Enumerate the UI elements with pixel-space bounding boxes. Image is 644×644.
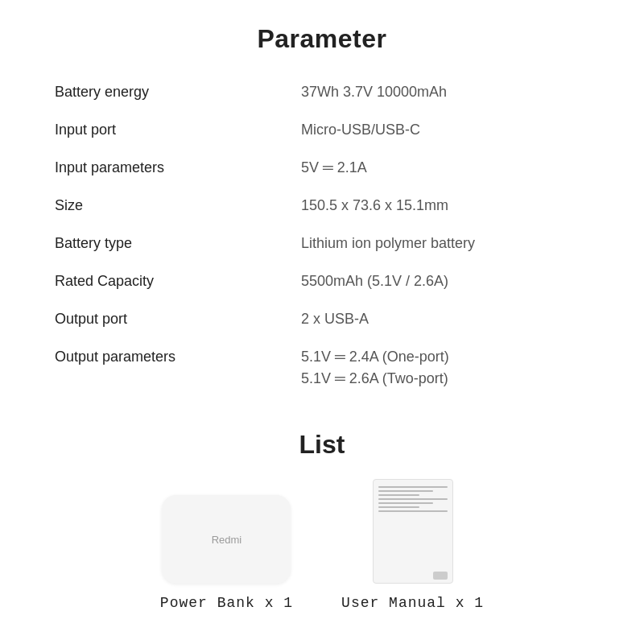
manual-line-5 bbox=[378, 502, 434, 504]
list-section: List Redmi Power Bank x 1 Us bbox=[48, 430, 596, 611]
param-row: Output port2 x USB-A bbox=[48, 300, 596, 338]
manual-line-1 bbox=[378, 486, 448, 488]
param-value: Lithium ion polymer battery bbox=[295, 225, 596, 262]
manual-logo-area bbox=[433, 572, 448, 580]
list-item-manual: User Manual x 1 bbox=[341, 479, 484, 611]
param-row: Size150.5 x 73.6 x 15.1mm bbox=[48, 187, 596, 225]
param-row: Input parameters5V ═ 2.1A bbox=[48, 149, 596, 187]
param-label: Rated Capacity bbox=[48, 262, 295, 300]
manual-line-2 bbox=[378, 490, 434, 492]
powerbank-image: Redmi bbox=[162, 495, 291, 584]
list-item-powerbank: Redmi Power Bank x 1 bbox=[160, 495, 293, 611]
param-value: 2 x USB-A bbox=[295, 300, 596, 338]
param-row: Input portMicro-USB/USB-C bbox=[48, 111, 596, 149]
param-row: Battery energy37Wh 3.7V 10000mAh bbox=[48, 73, 596, 111]
param-row: Rated Capacity5500mAh (5.1V / 2.6A) bbox=[48, 262, 596, 300]
manual-line-4 bbox=[378, 498, 448, 500]
param-value: 5V ═ 2.1A bbox=[295, 149, 596, 187]
param-label: Input port bbox=[48, 111, 295, 149]
powerbank-brand-label: Redmi bbox=[212, 534, 242, 546]
parameter-table: Battery energy37Wh 3.7V 10000mAhInput po… bbox=[48, 73, 596, 398]
manual-lines bbox=[378, 486, 448, 512]
param-value: 5.1V ═ 2.4A (One-port)5.1V ═ 2.6A (Two-p… bbox=[295, 338, 596, 398]
powerbank-label: Power Bank x 1 bbox=[160, 595, 293, 611]
manual-image bbox=[373, 479, 453, 584]
param-label: Size bbox=[48, 187, 295, 225]
parameter-title: Parameter bbox=[257, 24, 386, 54]
param-row: Output parameters5.1V ═ 2.4A (One-port)5… bbox=[48, 338, 596, 398]
param-label: Output port bbox=[48, 300, 295, 338]
manual-line-7 bbox=[378, 510, 448, 512]
param-value: Micro-USB/USB-C bbox=[295, 111, 596, 149]
param-label: Input parameters bbox=[48, 149, 295, 187]
param-label: Output parameters bbox=[48, 338, 295, 398]
param-label: Battery energy bbox=[48, 73, 295, 111]
manual-line-6 bbox=[378, 506, 420, 508]
param-label: Battery type bbox=[48, 225, 295, 262]
manual-label: User Manual x 1 bbox=[341, 595, 484, 611]
param-value: 37Wh 3.7V 10000mAh bbox=[295, 73, 596, 111]
manual-line-3 bbox=[378, 494, 420, 496]
param-value: 150.5 x 73.6 x 15.1mm bbox=[295, 187, 596, 225]
param-row: Battery typeLithium ion polymer battery bbox=[48, 225, 596, 262]
list-title: List bbox=[299, 430, 345, 460]
list-items-container: Redmi Power Bank x 1 User Manual x 1 bbox=[160, 479, 484, 611]
param-value: 5500mAh (5.1V / 2.6A) bbox=[295, 262, 596, 300]
